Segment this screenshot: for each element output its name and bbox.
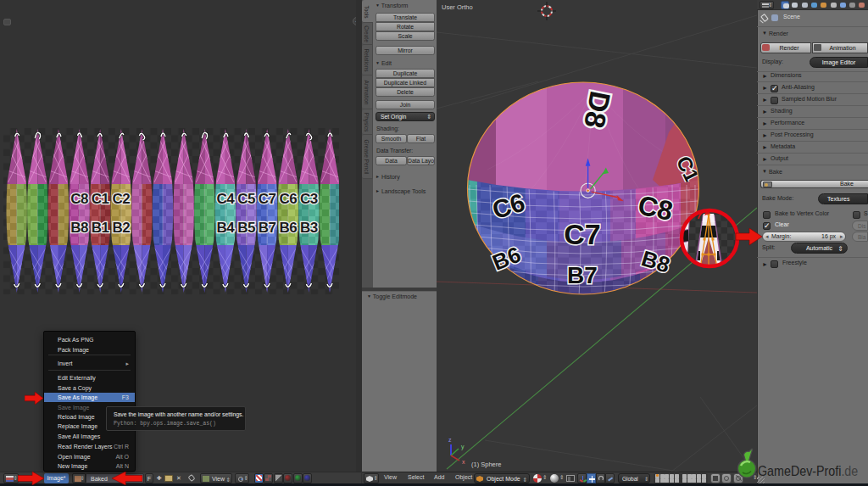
svg-text:User Ortho: User Ortho xyxy=(442,3,473,11)
svg-text:B8: B8 xyxy=(70,220,88,236)
svg-text:B7: B7 xyxy=(259,220,276,236)
svg-text:B5: B5 xyxy=(237,220,255,236)
svg-text:C6: C6 xyxy=(279,191,297,207)
svg-text:B1: B1 xyxy=(92,220,109,236)
svg-text:B7: B7 xyxy=(567,262,598,288)
svg-text:C5: C5 xyxy=(237,191,255,207)
svg-text:B6: B6 xyxy=(279,220,297,236)
svg-text:C7: C7 xyxy=(564,218,600,250)
svg-text:C8: C8 xyxy=(70,191,88,207)
svg-text:z: z xyxy=(448,437,452,443)
svg-text:B3: B3 xyxy=(300,220,318,236)
svg-text:C3: C3 xyxy=(300,191,318,207)
svg-text:C1: C1 xyxy=(92,191,109,207)
svg-text:C2: C2 xyxy=(112,191,130,207)
svg-text:B2: B2 xyxy=(112,220,130,236)
svg-text:C7: C7 xyxy=(259,191,276,207)
svg-text:y: y xyxy=(461,444,465,450)
svg-text:B4: B4 xyxy=(217,220,236,236)
svg-text:C4: C4 xyxy=(217,191,236,207)
svg-text:D8: D8 xyxy=(578,88,617,131)
svg-text:x: x xyxy=(462,459,465,465)
svg-text:(1) Sphere: (1) Sphere xyxy=(471,461,501,468)
